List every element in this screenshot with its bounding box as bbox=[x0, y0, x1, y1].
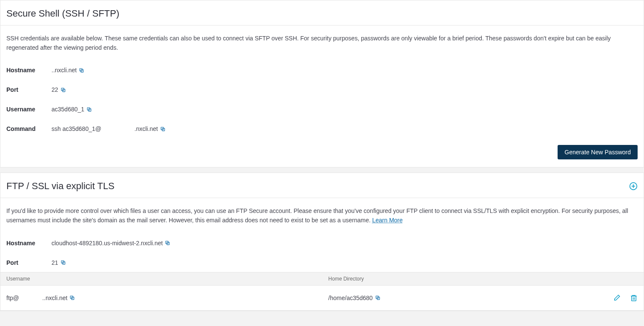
ftp-title: FTP / SSL via explicit TLS bbox=[6, 181, 114, 192]
copy-icon[interactable] bbox=[160, 126, 166, 132]
learn-more-link[interactable]: Learn More bbox=[372, 217, 403, 224]
copy-icon[interactable] bbox=[165, 240, 170, 246]
ftp-panel: FTP / SSL via explicit TLS If you'd like… bbox=[0, 173, 644, 311]
copy-icon[interactable] bbox=[79, 68, 84, 73]
ftp-description: If you'd like to provide more control ov… bbox=[6, 207, 638, 225]
ssh-button-row: Generate New Password bbox=[6, 145, 638, 159]
copy-icon[interactable] bbox=[375, 295, 381, 300]
column-username: Username bbox=[6, 276, 328, 282]
ftp-row-username: ftp@ ..nxcli.net bbox=[6, 295, 75, 301]
ssh-hostname-row: Hostname ..nxcli.net bbox=[6, 67, 638, 74]
ssh-port-label: Port bbox=[6, 86, 52, 93]
ftp-hostname-label: Hostname bbox=[6, 240, 52, 247]
ssh-hostname-value: ..nxcli.net bbox=[52, 67, 84, 74]
ftp-row-home: /home/ac35d680 bbox=[328, 295, 380, 301]
ssh-command-label: Command bbox=[6, 125, 52, 132]
ssh-username-label: Username bbox=[6, 106, 52, 113]
column-home-directory: Home Directory bbox=[328, 276, 595, 282]
ssh-username-value: ac35d680_1 bbox=[52, 106, 92, 113]
edit-icon[interactable] bbox=[613, 294, 621, 302]
ftp-hostname-value: cloudhost-4892180.us-midwest-2.nxcli.net bbox=[52, 240, 170, 247]
ssh-panel: Secure Shell (SSH / SFTP) SSH credential… bbox=[0, 0, 644, 167]
ssh-hostname-label: Hostname bbox=[6, 67, 52, 74]
ftp-panel-header: FTP / SSL via explicit TLS bbox=[0, 173, 644, 198]
add-ftp-account-button[interactable] bbox=[629, 182, 638, 190]
ssh-command-value: ssh ac35d680_1@ .nxcli.net bbox=[52, 125, 166, 132]
delete-icon[interactable] bbox=[630, 294, 638, 302]
generate-password-button[interactable]: Generate New Password bbox=[558, 145, 638, 159]
copy-icon[interactable] bbox=[60, 260, 66, 265]
copy-icon[interactable] bbox=[69, 295, 75, 300]
ftp-port-row: Port 21 bbox=[6, 259, 638, 266]
ssh-port-row: Port 22 bbox=[6, 86, 638, 93]
ftp-table-header: Username Home Directory bbox=[0, 272, 644, 286]
ssh-command-row: Command ssh ac35d680_1@ .nxcli.net bbox=[6, 125, 638, 132]
ftp-port-value: 21 bbox=[52, 259, 66, 266]
ftp-panel-body: If you'd like to provide more control ov… bbox=[0, 198, 644, 272]
ssh-panel-body: SSH credentials are available below. The… bbox=[0, 26, 644, 167]
ftp-hostname-row: Hostname cloudhost-4892180.us-midwest-2.… bbox=[6, 240, 638, 247]
ssh-title: Secure Shell (SSH / SFTP) bbox=[6, 8, 119, 19]
copy-icon[interactable] bbox=[60, 87, 66, 93]
ftp-port-label: Port bbox=[6, 259, 52, 266]
ssh-panel-header: Secure Shell (SSH / SFTP) bbox=[0, 0, 644, 26]
ssh-username-row: Username ac35d680_1 bbox=[6, 106, 638, 113]
svg-rect-19 bbox=[632, 296, 636, 300]
ssh-description: SSH credentials are available below. The… bbox=[6, 34, 638, 52]
table-row: ftp@ ..nxcli.net /home/ac35d680 bbox=[0, 286, 644, 311]
copy-icon[interactable] bbox=[86, 107, 92, 112]
ssh-port-value: 22 bbox=[52, 86, 66, 93]
